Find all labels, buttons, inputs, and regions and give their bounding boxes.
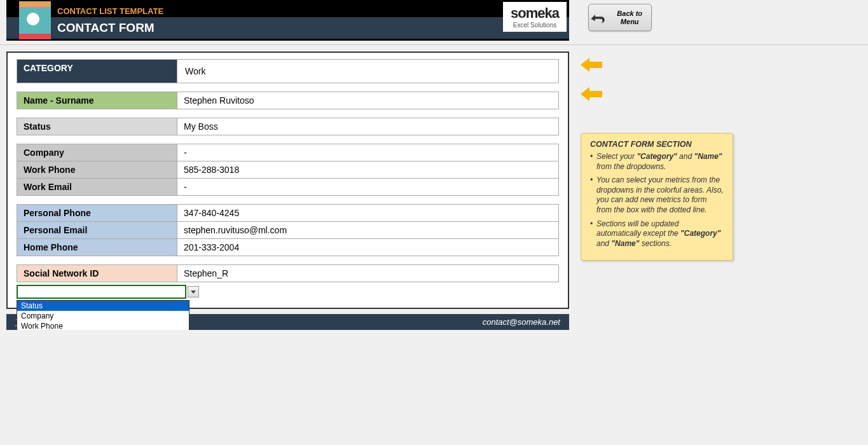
pointer-arrow-name [581,87,746,101]
page-title: CONTACT FORM [6,17,569,39]
form-row: Work Email- [17,179,559,196]
dropdown-toggle-icon[interactable] [188,286,199,298]
header: CONTACT LIST TEMPLATE CONTACT FORM somek… [6,0,569,41]
brand-tagline: Excel Solutions [511,22,559,29]
template-title: CONTACT LIST TEMPLATE [57,3,569,17]
dropdown-option[interactable]: Company [17,311,189,321]
row-label[interactable]: Work Email [17,179,177,195]
row-label[interactable]: Personal Email [17,222,177,238]
help-bullet-2: You can select your metrics from the dro… [590,175,724,215]
contact-email: contact@someka.net [483,317,560,327]
row-label[interactable]: Home Phone [17,239,177,256]
row-label[interactable]: Company [17,144,177,161]
back-to-menu-button[interactable]: Back to Menu [588,4,652,31]
help-note: CONTACT FORM SECTION Select your "Catego… [581,133,733,261]
back-button-label: Back to Menu [608,10,651,25]
brand-logo: someka Excel Solutions [503,2,567,32]
form-row: Personal Emailstephen.ruvituso@ml.com [17,222,559,239]
metric-dropdown-cell[interactable]: StatusCompanyWork PhoneWork EmailPersona… [17,285,186,299]
form-row: Social Network IDStephen_R [17,264,559,282]
row-value[interactable]: Stephen_R [177,265,558,282]
row-value[interactable]: 201-333-2004 [177,239,558,256]
name-label: Name - Surname [17,92,177,109]
contact-form-panel: CATEGORY Work Name - Surname Stephen Ruv… [6,51,569,309]
brand-name: someka [511,5,559,22]
name-row: Name - Surname Stephen Ruvitoso [17,92,559,109]
app-logo-icon [19,1,51,39]
form-row: Company- [17,144,559,161]
category-row: CATEGORY Work [17,59,559,83]
metric-dropdown-input[interactable] [18,286,185,298]
name-value[interactable]: Stephen Ruvitoso [177,92,558,109]
back-arrow-icon [589,11,605,25]
form-row: Home Phone201-333-2004 [17,239,559,256]
help-title: CONTACT FORM SECTION [590,140,724,149]
help-bullet-1: Select your "Category" and "Name" from t… [590,152,724,172]
row-value[interactable]: - [177,179,558,195]
category-value[interactable]: Work [177,60,558,83]
form-row: StatusMy Boss [17,118,559,135]
dropdown-list: StatusCompanyWork PhoneWork EmailPersona… [17,300,189,330]
row-value[interactable]: My Boss [177,118,558,135]
help-bullet-3: Sections will be updated automatically e… [590,219,724,249]
row-value[interactable]: 347-840-4245 [177,205,558,221]
row-label[interactable]: Personal Phone [17,205,177,221]
form-row: Personal Phone347-840-4245 [17,204,559,222]
row-label[interactable]: Social Network ID [17,265,177,282]
dropdown-option[interactable]: Work Phone [17,321,189,330]
row-value[interactable]: stephen.ruvituso@ml.com [177,222,558,238]
row-label[interactable]: Status [17,118,177,135]
row-label[interactable]: Work Phone [17,161,177,178]
row-value[interactable]: - [177,144,558,161]
category-label: CATEGORY [17,60,177,83]
row-value[interactable]: 585-288-3018 [177,161,558,178]
dropdown-option[interactable]: Status [17,301,189,311]
pointer-arrow-category [581,58,746,72]
form-row: Work Phone585-288-3018 [17,161,559,179]
